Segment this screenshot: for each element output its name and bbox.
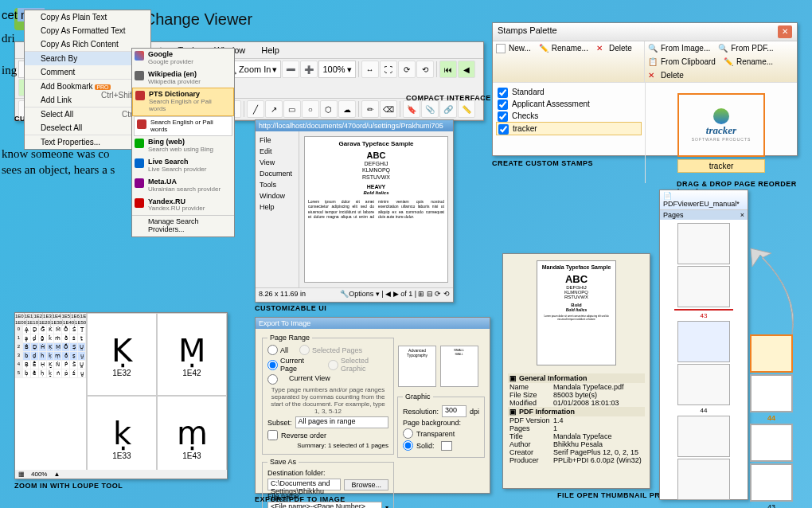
line-icon[interactable]: ╱ [247,100,264,118]
loupe-zoom-value: 400% [31,471,47,478]
radio-current-view[interactable]: Current View [267,374,388,385]
pages-tab[interactable]: Pages [663,211,684,219]
page-thumb[interactable] [677,416,730,457]
stamp-from-pdf[interactable]: 🔍From PDF... [715,41,778,55]
fit-page-icon[interactable]: ⛶ [380,61,397,78]
customizable-ui-panel: http://localhost/documents/470ord/u/sett… [255,119,454,303]
loupe-char-2: ḳ1E33 [87,396,157,479]
close-icon[interactable]: ✕ [778,25,792,38]
status-bar: 8.26 x 11.69 in 🔧Options ▾ | ◀ ▶ of 1 | … [256,287,453,299]
radio-solid[interactable]: Solid: [403,440,479,451]
stamp-rename[interactable]: ✏️Rename... [536,41,593,82]
label-stamps: CREATE CUSTOM STAMPS [492,159,593,167]
resolution-input[interactable]: 300 [442,405,467,417]
measure-icon[interactable]: 📏 [458,100,475,118]
stamp-from-image[interactable]: 🔍From Image... [645,41,715,55]
stamp-rename-r[interactable]: ✏️Rename... [720,55,778,68]
page-thumb[interactable] [677,266,730,307]
stamp-from-clipboard[interactable]: 📋From Clipboard [645,55,720,68]
graphic-legend: Graphic [403,393,433,401]
gen-info-header[interactable]: ▣ General Information [508,373,645,383]
side-tools[interactable]: Tools [257,179,297,190]
cloud-icon[interactable]: ☁ [338,100,356,118]
stamp-item-checks[interactable]: Checks [496,110,642,122]
checkbox[interactable] [498,100,508,110]
side-view[interactable]: View [257,157,297,168]
provider-live[interactable]: Live SearchLive Search provider [132,156,234,176]
ctx-copy-plain[interactable]: Copy As Plain Text [25,10,150,24]
side-file[interactable]: File [257,135,297,146]
stamp-logo-sub: SOFTWARE PRODUCTS [692,137,751,142]
side-edit[interactable]: Edit [257,146,297,157]
provider-bing[interactable]: Bing (web)Search web using Bing [132,136,234,156]
stamp-delete-r[interactable]: ✕Delete [645,68,689,82]
provider-google[interactable]: GoogleGoogle provider [132,49,234,68]
radio-transparent[interactable]: Transparent [403,428,479,439]
stamp-name: tracker [677,159,765,173]
eraser-icon[interactable]: ⌫ [380,100,397,118]
checkbox[interactable] [498,124,509,135]
radio-current[interactable]: Current Page [267,357,317,373]
pages-close-icon[interactable]: × [740,211,744,219]
loupe-char-3: ṃ1E43 [157,396,227,479]
stamp-delete[interactable]: ✕Delete [593,41,637,82]
fit-width-icon[interactable]: ↔ [361,61,379,78]
stamp-tool-icon[interactable]: 🔖 [403,100,420,118]
url-bar: http://localhost/documents/470ord/u/sett… [256,120,453,131]
side-help[interactable]: Help [257,201,297,213]
arrow-tool-icon[interactable]: ↗ [265,100,283,118]
stamps-title: Stamps Palette [498,25,557,38]
page-thumb[interactable] [677,223,730,264]
side-window[interactable]: Window [257,190,297,201]
range-note: Type page numbers and/or page ranges sep… [267,386,388,415]
zoom-percent[interactable]: 100% ▾ [318,61,355,78]
pages-panel: 📄 PDFViewerEU_manual* Pages× 43 44 [659,190,748,500]
stamp-item-standard[interactable]: Standard [496,86,642,98]
page-thumb[interactable] [677,321,730,362]
provider-meta[interactable]: Meta.UAUkrainian search provider [132,176,234,196]
page-thumb[interactable] [677,364,730,405]
manage-providers[interactable]: Manage Search Providers... [132,216,234,236]
menu-help[interactable]: Help [253,44,287,57]
label-loupe: ZOOM IN WITH LOUPE TOOL [14,482,123,490]
loupe-panel: 1E01E11E21E31E41E51E61E7 1E001E101E201E3… [14,312,228,479]
pencil-icon[interactable]: ✏ [361,100,379,118]
page-range-legend: Page Range [267,334,312,342]
stamp-new[interactable]: New... [493,41,536,82]
pagebg-label: Page background: [403,419,479,427]
dest-input[interactable]: C:\Documents and Settings\Bhikkhu Pesal\ [267,479,341,490]
stamp-logo-icon [713,108,729,124]
attach-icon[interactable]: 📎 [421,100,439,118]
rect-icon[interactable]: ▭ [283,100,301,118]
zoom-plus-icon[interactable]: ➕ [300,61,318,78]
page-thumb[interactable] [677,459,730,500]
side-document[interactable]: Document [257,168,297,179]
zoom-out-icon[interactable]: ➖ [282,61,299,78]
provider-yandex[interactable]: Yandex.RUYandex.RU provider [132,196,234,217]
pdf-info-header[interactable]: ▣ PDF Information [508,407,645,416]
page-num: 43 [701,312,708,319]
provider-pts[interactable]: PTS DictionarySearch English or Pali wor… [132,88,234,115]
stamp-item-tracker[interactable]: tracker [496,122,642,135]
reverse-check[interactable]: Reverse order [267,430,388,440]
export-thumb-2: SMALLSMALL [440,346,478,387]
radio-all[interactable]: All [267,345,288,355]
rotate-icon[interactable]: ⟳ [398,61,416,78]
link-tool-icon[interactable]: 🔗 [439,100,457,118]
provider-submenu: GoogleGoogle provider Wikipedia (en)Wiki… [131,48,235,237]
drag-arrow-icon [744,247,808,342]
save-as-legend: Save As [267,458,299,466]
nav-first-icon[interactable]: ⏮ [439,61,457,78]
polyline-icon[interactable]: ⬡ [320,100,338,118]
rotate-ccw-icon[interactable]: ⟲ [416,61,434,78]
provider-wikipedia[interactable]: Wikipedia (en)Wikipedia provider [132,68,234,88]
subset-select[interactable]: All pages in range [295,416,388,428]
checkbox[interactable] [498,88,508,98]
browse-button[interactable]: Browse... [344,479,388,490]
label-compact: COMPACT INTERFACE [406,94,491,102]
stamp-item-applicant[interactable]: Applicant Assessment [496,98,642,110]
ctx-copy-formatted[interactable]: Copy As Formatted Text [25,24,150,37]
nav-prev-icon[interactable]: ◀ [458,61,475,78]
oval-icon[interactable]: ○ [302,100,319,118]
checkbox[interactable] [498,111,508,122]
